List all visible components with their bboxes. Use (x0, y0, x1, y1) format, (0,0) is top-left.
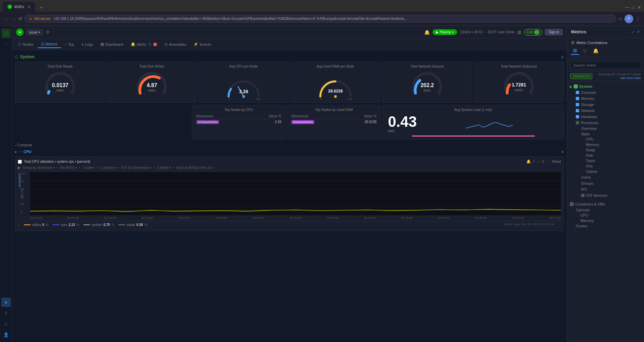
time-label: 20:14:00 (67, 216, 79, 220)
tree-apps-cpu[interactable]: CPU (586, 137, 641, 142)
sidebar-icon-4[interactable]: 4 (1, 298, 11, 307)
sidebar-icon-user[interactable]: 👤 (1, 330, 11, 339)
dots-chart-btn[interactable]: ⋯ (547, 159, 550, 164)
settings-btn[interactable]: ⚙ (46, 30, 50, 35)
nav-item-dashboard[interactable]: ▦ Dashboard (97, 41, 127, 48)
gauge-title-disk-reads: Total Disk Reads (47, 65, 73, 68)
system-title: System (20, 54, 35, 59)
chart-checkbox[interactable] (18, 160, 22, 164)
filter-dims[interactable]: 9 of 10 dimensions ▾ (121, 166, 152, 169)
tree-child-os-services[interactable]: O/S Services (581, 192, 641, 198)
sidebar-expand-btn[interactable]: ⤢ (631, 30, 635, 34)
gauge-title-ram: Avg Used RAM per Node (316, 65, 354, 68)
tree-apps-swap[interactable]: Swap (586, 147, 641, 153)
tree-child-processes[interactable]: Processes (576, 120, 641, 126)
nav-item-metrics[interactable]: ◫ Metrics (38, 40, 61, 48)
mc-tab-filter[interactable]: ⊞ (571, 47, 579, 55)
tree-apps-disk[interactable]: Disk (586, 153, 641, 158)
live-btn[interactable]: Live 1 (524, 29, 542, 36)
nav-item-top[interactable]: ↑ Top (62, 41, 77, 48)
grid-chart-btn[interactable]: ⊞ (541, 159, 545, 164)
tree-apps-tasks[interactable]: Tasks (586, 158, 641, 163)
tree-containers-header[interactable]: Containers & VMs (570, 201, 641, 207)
gauge-svg-net-out: 1.7281 Mbit/s (502, 70, 536, 97)
nav-item-logs[interactable]: ≡ Logs (78, 41, 96, 48)
minimize-btn[interactable]: ─ (626, 4, 629, 10)
tree-child-compute[interactable]: Compute (576, 89, 641, 96)
expand-chart-btn[interactable]: ⤢ (536, 159, 539, 164)
signin-btn[interactable]: Sign in (545, 29, 563, 35)
chevron-icon[interactable]: ∧ (561, 149, 564, 154)
tree-child-users[interactable]: Users (581, 174, 641, 180)
tree-system-header[interactable]: ▶ System (570, 83, 641, 89)
filter-nodes[interactable]: 1 node ▾ (82, 166, 95, 169)
reset-btn[interactable]: Reset (552, 160, 561, 163)
tree-child-storage[interactable]: Storage (576, 102, 641, 108)
col-dimension: Dimension (290, 114, 345, 119)
mc-tab-bell[interactable]: 🔔 (591, 47, 601, 55)
cpu-subsection-header: ● ← CPU ∧ (15, 148, 564, 155)
tree-grandchild-apps[interactable]: Apps (581, 131, 641, 137)
close-btn[interactable]: ✕ (637, 5, 641, 10)
back-btn[interactable]: ← (3, 16, 9, 22)
url-text: 192.168.1.18:19999/spaces/4045ae959e9e/r… (54, 17, 407, 21)
bookmark-btn[interactable]: ☆ (618, 16, 622, 22)
svg-text:0: 0 (228, 98, 230, 100)
sidebar-icon-home[interactable]: ⬡ (1, 29, 11, 38)
browser-tab-active[interactable]: N 4045s ✕ (3, 2, 35, 12)
nav-item-anomalies[interactable]: ◎ Anomalies (161, 41, 190, 48)
search-input[interactable] (570, 62, 641, 69)
notification-btn[interactable]: 🔔 (424, 30, 430, 35)
sidebar-icon-expand[interactable]: › (1, 39, 11, 49)
menu-btn[interactable]: ⋮ (635, 15, 641, 22)
tree-child-network[interactable]: Network (576, 108, 641, 114)
nav-item-alerts[interactable]: 🔔 Alerts 0 1 (127, 41, 160, 48)
mc-tab-options[interactable]: ▽ (581, 47, 589, 55)
tree-cgroups-memory[interactable]: Memory (580, 218, 641, 223)
profile-avatar[interactable]: P (625, 14, 633, 23)
sidebar-icon-alert-circle[interactable]: ⚠ (1, 319, 11, 329)
forward-btn[interactable]: → (11, 16, 16, 22)
tree-child-memory[interactable]: Memory (576, 96, 641, 102)
tree-apps-uptime[interactable]: Uptime (586, 169, 641, 174)
tree-apps-fds[interactable]: FDs (586, 163, 641, 169)
nav-item-events[interactable]: ⚡ Events (190, 41, 214, 48)
section-collapse-btn[interactable]: ∨ (561, 54, 564, 60)
playing-btn[interactable]: ▶ Playing ▾ (433, 29, 457, 35)
filter-the[interactable]: the AVG() ▾ (60, 166, 77, 169)
url-bar[interactable]: ⚠ Not secure 192.168.1.18:19999/spaces/4… (24, 15, 616, 23)
time-label: 20:27:00 (549, 216, 561, 220)
dashboard-label: Dashboard (105, 42, 123, 46)
tree-child-docker[interactable]: Docker (576, 223, 641, 229)
metrics-label: Metrics (46, 42, 57, 46)
tree-apps-memory[interactable]: Memory (586, 142, 641, 147)
sidebar-close-btn[interactable]: ✕ (637, 30, 640, 34)
nav-item-nodes[interactable]: ⬡ Nodes (15, 41, 37, 48)
tree-cgroups-cpu[interactable]: CPU (580, 213, 641, 218)
restore-btn[interactable]: □ (632, 5, 635, 10)
sidebar-icon-help[interactable]: ? (1, 308, 11, 318)
filter-system[interactable]: 1 system ▾ (100, 166, 116, 169)
filter-group-by[interactable]: Group by dimension ▾ (23, 166, 55, 169)
tree-child-ipc[interactable]: IPC (581, 186, 641, 192)
info-btn[interactable]: ℹ (533, 159, 534, 164)
filter-labels[interactable]: 2 labels ▾ (157, 166, 171, 169)
chart-svg-container[interactable]: percent (30, 172, 561, 216)
compute-section: - Compute ● ← CPU ∧ Tot (15, 142, 564, 231)
legend-item-iowait: iowait 0.38 % (118, 223, 147, 227)
tree-grandchild-overview[interactable]: Overview (581, 126, 641, 131)
new-tab-btn[interactable]: + (37, 3, 46, 12)
add-chart-link[interactable]: Add more chart (620, 76, 641, 80)
tree-child-groups[interactable]: Groups (581, 180, 641, 186)
filter-agg[interactable]: each as AVG() every 2s ▾ (176, 166, 214, 169)
space-selector[interactable]: local ▾ (26, 29, 43, 35)
system-unit: % (111, 223, 114, 227)
alarm-btn[interactable]: 🔔 (526, 159, 531, 164)
tab-close-icon[interactable]: ✕ (28, 5, 31, 9)
tree-child-cgroups[interactable]: Cgroups (576, 207, 641, 213)
memory-child-label: Memory (581, 97, 595, 101)
anomaly-filter-btn[interactable]: ANOMALY% (570, 74, 592, 79)
reload-btn[interactable]: ↺ (18, 16, 22, 22)
grid-view-btn[interactable]: ▦ (517, 30, 521, 35)
tree-child-hardware[interactable]: Hardware (576, 114, 641, 120)
